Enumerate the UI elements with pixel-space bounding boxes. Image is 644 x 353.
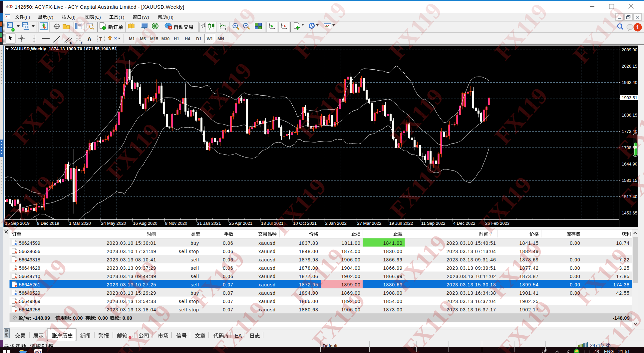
- svg-text:24 May 2020: 24 May 2020: [101, 221, 126, 226]
- svg-text:8 Nov 2020: 8 Nov 2020: [165, 221, 187, 226]
- svg-text:0.00: 0.00: [98, 315, 108, 321]
- svg-text:27 Mar 2022: 27 Mar 2022: [357, 221, 382, 226]
- svg-text:1866.99: 1866.99: [383, 257, 403, 262]
- svg-text:18.74: 18.74: [616, 240, 630, 246]
- svg-text:0.00: 0.00: [570, 274, 580, 279]
- svg-text:1880.63: 1880.63: [299, 307, 318, 312]
- svg-text:1899.54: 1899.54: [519, 282, 539, 287]
- svg-text:56643318: 56643318: [19, 257, 40, 262]
- svg-text:31 Jan 2021: 31 Jan 2021: [197, 221, 221, 226]
- svg-text:2023.03.13 16:34:38: 2023.03.13 16:34:38: [447, 290, 496, 296]
- svg-text:0.06: 0.06: [223, 240, 233, 246]
- svg-text:1830.00: 1830.00: [383, 249, 403, 254]
- svg-text:2026.15: 2026.15: [622, 64, 637, 69]
- svg-text:1854.00: 1854.00: [383, 299, 403, 304]
- svg-text:1841.00: 1841.00: [383, 240, 403, 246]
- svg-text:1644.90: 1644.90: [622, 162, 637, 167]
- svg-text:25 Apr 2021: 25 Apr 2021: [229, 221, 252, 226]
- svg-text:1901.41: 1901.41: [519, 290, 539, 296]
- svg-text:2023.03.13 09:39:51: 2023.03.13 09:39:51: [447, 265, 496, 271]
- svg-text:0.00: 0.00: [570, 257, 580, 262]
- svg-text:2023.03.13 16:37:04: 2023.03.13 16:37:04: [447, 299, 496, 304]
- svg-text:H4: H4: [185, 37, 190, 41]
- svg-text:H1: H1: [174, 37, 179, 41]
- svg-text:2 Jan 2022: 2 Jan 2022: [325, 221, 346, 226]
- svg-text:2089.90: 2089.90: [622, 47, 637, 52]
- svg-text:1874.00: 1874.00: [341, 249, 361, 254]
- svg-text:1 Mar 2020: 1 Mar 2020: [69, 221, 91, 226]
- svg-text:19 Jun 2022: 19 Jun 2022: [389, 221, 413, 226]
- svg-text:1908.00: 1908.00: [383, 290, 403, 296]
- svg-text:xauusd: xauusd: [258, 274, 276, 279]
- svg-text:1836.15: 1836.15: [622, 113, 637, 118]
- svg-text:0.00: 0.00: [570, 265, 580, 271]
- svg-text:2023.03.13 10:11:02: 2023.03.13 10:11:02: [447, 274, 496, 279]
- svg-text:16 Aug 2020: 16 Aug 2020: [133, 221, 158, 226]
- svg-text:(F): (F): [24, 15, 30, 20]
- svg-text:1903.51: 1903.51: [622, 95, 637, 100]
- svg-text:2023.03.10 15:40:51: 2023.03.10 15:40:51: [447, 240, 496, 246]
- svg-text:sell: sell: [191, 257, 199, 262]
- svg-text:xauusd: xauusd: [258, 282, 276, 287]
- svg-text:1: 1: [636, 25, 639, 30]
- svg-text:(T): (T): [119, 15, 124, 20]
- svg-text:xauusd: xauusd: [258, 257, 276, 262]
- svg-text:56644628: 56644628: [19, 265, 40, 271]
- svg-text:A: A: [87, 36, 92, 43]
- svg-text:sell: sell: [191, 265, 199, 271]
- svg-text:sell: sell: [191, 274, 199, 279]
- svg-text:142650: ACYFX-Live - ACY Capit: 142650: ACYFX-Live - ACY Capital Austral…: [15, 4, 184, 10]
- svg-text:4 Dec 2022: 4 Dec 2022: [453, 221, 476, 226]
- svg-text:1962.40: 1962.40: [622, 80, 637, 85]
- svg-text:42.55: 42.55: [616, 290, 630, 296]
- svg-text:1873.00: 1873.00: [383, 307, 403, 312]
- svg-text:xauusd: xauusd: [258, 265, 276, 271]
- svg-text:xauusd: xauusd: [258, 240, 276, 246]
- svg-text:0.00: 0.00: [570, 240, 580, 246]
- svg-text:1899.00: 1899.00: [341, 282, 361, 287]
- svg-text:1837.83: 1837.83: [299, 240, 318, 246]
- svg-text:0.07: 0.07: [223, 299, 233, 304]
- svg-text:(V): (V): [47, 15, 53, 20]
- svg-text:1453.65: 1453.65: [622, 210, 637, 215]
- svg-text:xauusd: xauusd: [258, 299, 276, 304]
- svg-text:-174.38: -174.38: [611, 282, 630, 287]
- svg-text:11 Sep 2022: 11 Sep 2022: [421, 221, 446, 226]
- svg-text:(C): (C): [95, 15, 101, 20]
- svg-text:8 Dec 2019: 8 Dec 2019: [37, 221, 59, 226]
- svg-text:56624599: 56624599: [19, 240, 40, 246]
- svg-text:(H): (H): [167, 15, 173, 20]
- svg-text:1811.00: 1811.00: [342, 240, 361, 246]
- svg-text:T: T: [99, 36, 102, 42]
- svg-text:2023.03.13 09:31:46: 2023.03.13 09:31:46: [447, 257, 496, 262]
- svg-text:(W): (W): [142, 15, 149, 20]
- svg-text:sell stop: sell stop: [179, 249, 199, 254]
- svg-text:D1: D1: [196, 37, 201, 41]
- svg-text:0.07: 0.07: [223, 307, 233, 312]
- svg-text:2023.03.10 15:30:01: 2023.03.10 15:30:01: [107, 240, 156, 246]
- svg-text:2023.03.10 17:31:49: 2023.03.10 17:31:49: [107, 249, 156, 254]
- svg-text:xauusd: xauusd: [258, 249, 276, 254]
- svg-text:2023.03.13 07:13:04: 2023.03.13 07:13:04: [447, 249, 496, 254]
- svg-text:1848.00: 1848.00: [299, 249, 318, 254]
- svg-text:56634656: 56634656: [19, 249, 40, 254]
- svg-text:sell stop: sell stop: [179, 307, 199, 312]
- svg-text:1902.00: 1902.00: [341, 274, 361, 279]
- svg-text:xauusd: xauusd: [258, 290, 276, 296]
- svg-text:buy: buy: [190, 240, 199, 246]
